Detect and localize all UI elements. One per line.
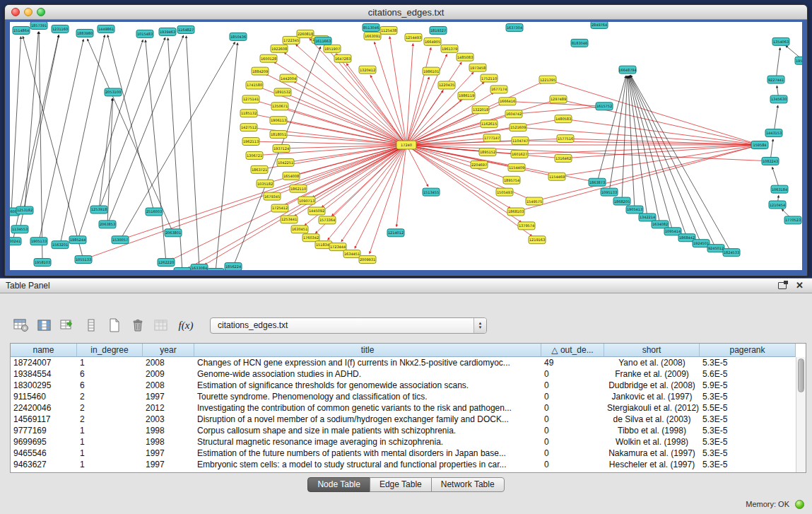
graph-node[interactable]: 1633084 <box>191 264 208 270</box>
graph-node[interactable]: 1063184 <box>771 185 788 193</box>
graph-node[interactable]: 1262220 <box>158 259 175 267</box>
add-column-icon[interactable] <box>59 317 76 334</box>
graph-node[interactable]: 1577516 <box>557 135 574 143</box>
graph-node[interactable]: 1221395 <box>539 76 556 83</box>
tab-node-table[interactable]: Node Table <box>307 477 370 492</box>
graph-node[interactable]: 9227441 <box>767 76 784 83</box>
graph-node[interactable]: 1770523 <box>784 216 801 224</box>
graph-node[interactable]: 1630451 <box>291 226 308 233</box>
graph-node[interactable]: 1856224 <box>225 263 242 270</box>
graph-node[interactable]: 1530057 <box>112 236 129 244</box>
graph-node[interactable]: 1634082 <box>652 221 669 228</box>
table-row[interactable]: 946362711997Embryonic stem cells: a mode… <box>11 459 806 470</box>
graph-node[interactable]: 1906113 <box>270 117 287 124</box>
graph-node[interactable]: 1125438 <box>380 26 397 34</box>
graph-node[interactable]: 1379574 <box>518 222 535 230</box>
float-panel-icon[interactable] <box>778 282 787 289</box>
graph-node[interactable]: 1955103 <box>795 57 802 64</box>
graph-node[interactable]: 1231160 <box>52 25 69 33</box>
graph-node[interactable]: 1891532 <box>274 88 291 96</box>
graph-node[interactable]: 1883980 <box>76 29 93 37</box>
network-file-select[interactable]: citations_edges.txt ▲▼ <box>210 317 487 334</box>
import-table-icon[interactable] <box>153 317 170 334</box>
table-row[interactable]: 946554611997Estimation of the future num… <box>11 448 806 459</box>
graph-node[interactable]: 1263345 <box>207 269 224 270</box>
graph-node[interactable]: 1654008 <box>283 172 300 180</box>
graph-node[interactable]: 1342214 <box>639 214 656 221</box>
graph-node[interactable]: 1154409 <box>508 163 525 171</box>
graph-node[interactable]: 1922608 <box>271 45 288 52</box>
graph-node[interactable]: 1521609 <box>510 124 526 132</box>
graph-node[interactable]: 1634451 <box>343 250 360 258</box>
graph-node[interactable]: 1015483 <box>136 30 153 37</box>
graph-node[interactable]: 2204697 <box>471 160 488 168</box>
graph-node[interactable]: 1445092 <box>308 207 325 215</box>
table-row[interactable]: 2242004622012Investigating the contribut… <box>11 402 806 414</box>
graph-node[interactable]: 1985244 <box>69 236 86 244</box>
graph-node[interactable]: 1663091 <box>364 32 381 40</box>
minimize-window-button[interactable] <box>24 8 33 16</box>
graph-node[interactable]: 1275141 <box>242 95 259 103</box>
graph-node[interactable]: 1104747 <box>512 137 529 145</box>
column-header-in_degree[interactable]: in_degree <box>77 344 143 357</box>
column-header-short[interactable]: short <box>604 344 700 357</box>
graph-node[interactable]: 1818051 <box>270 131 287 139</box>
graph-node[interactable]: 1354063 <box>772 37 789 45</box>
graph-node[interactable]: 1253182 <box>16 206 33 214</box>
table-row[interactable]: 1830029562008Estimation of significance … <box>11 380 806 391</box>
graph-node[interactable]: 1254493 <box>405 33 422 41</box>
graph-node[interactable]: 1316462 <box>555 154 572 162</box>
graph-node[interactable]: 1937124 <box>273 145 290 153</box>
scrollbar-thumb[interactable] <box>798 358 804 392</box>
graph-node[interactable]: 2053100 <box>105 88 122 96</box>
graph-node[interactable]: 1185132 <box>240 110 257 117</box>
graph-node[interactable]: 2063801 <box>165 229 182 237</box>
graph-node[interactable]: 1664905 <box>424 37 441 45</box>
graph-node[interactable]: 1760342 <box>302 234 319 242</box>
graph-node[interactable]: 17240 <box>396 141 416 149</box>
vertical-scrollbar[interactable] <box>796 357 806 472</box>
graph-node[interactable]: 1601627 <box>511 150 528 158</box>
close-panel-icon[interactable]: ✕ <box>796 280 804 291</box>
graph-node[interactable]: 1055133 <box>75 256 92 264</box>
graph-node[interactable]: 1905413 <box>626 206 643 214</box>
table-row[interactable]: 1456911722003Disruption of a novel membe… <box>11 414 806 425</box>
graph-node[interactable]: 1666416 <box>499 98 516 105</box>
graph-node[interactable]: 1449861 <box>98 25 114 33</box>
graph-node[interactable]: 1958103 <box>34 259 51 267</box>
graph-node[interactable]: 1851907 <box>324 45 341 52</box>
column-header-name[interactable]: name <box>11 344 77 357</box>
graph-node[interactable]: 1095133 <box>601 188 618 196</box>
close-window-button[interactable] <box>11 8 20 16</box>
graph-node[interactable]: 1082243 <box>762 157 779 165</box>
graph-node[interactable]: 1895754 <box>503 176 520 184</box>
memory-status-icon[interactable] <box>795 500 804 509</box>
graph-node[interactable]: 1306721 <box>246 151 263 159</box>
column-header-year[interactable]: year <box>143 344 194 357</box>
graph-node[interactable]: 1162615 <box>481 120 498 128</box>
graph-node[interactable]: 159584 <box>751 141 768 149</box>
graph-node[interactable]: 1427512 <box>240 124 257 132</box>
graph-node[interactable]: 1777147 <box>483 134 500 142</box>
graph-node[interactable]: 1905133 <box>30 238 47 245</box>
graph-node[interactable]: 1973458 <box>469 64 486 71</box>
trash-icon[interactable] <box>129 317 146 334</box>
zoom-window-button[interactable] <box>37 8 45 16</box>
graph-node[interactable]: 1868103 <box>507 208 524 216</box>
graph-node[interactable]: 1320412 <box>359 66 376 74</box>
graph-node[interactable]: 2849764 <box>591 22 608 28</box>
graph-node[interactable]: 1824533 <box>723 249 740 257</box>
graph-node[interactable]: 1042251 <box>277 158 294 166</box>
graph-node[interactable]: 1604742 <box>505 110 522 118</box>
graph-node[interactable]: 1322018 <box>472 106 489 114</box>
graph-node[interactable]: 1895152 <box>479 148 496 156</box>
function-builder-icon[interactable]: f(x) <box>176 317 196 334</box>
graph-node[interactable]: 2063853 <box>99 221 116 228</box>
network-canvas[interactable]: 1724018842091741580127514111851321427512… <box>10 22 802 270</box>
graph-node[interactable]: 1090713 <box>298 197 315 204</box>
graph-node[interactable]: 8513046 <box>363 23 379 31</box>
table-row[interactable]: 1938455462009Genome-wide association stu… <box>11 368 806 380</box>
graph-node[interactable]: 1615752 <box>596 103 613 110</box>
column-header-title[interactable]: title <box>194 344 541 357</box>
table-mode-icon[interactable] <box>13 317 30 334</box>
